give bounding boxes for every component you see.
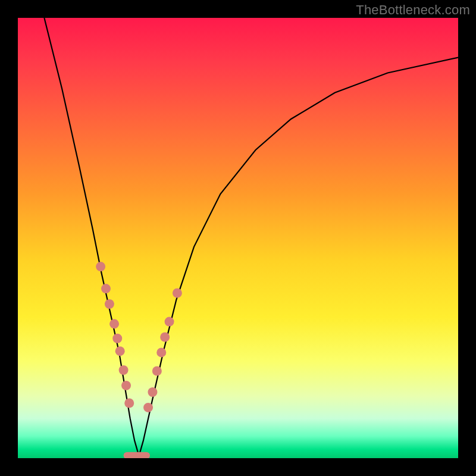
marker-dot (152, 366, 162, 375)
marker-dot (148, 387, 157, 397)
marker-dot (143, 403, 153, 412)
marker-dot (96, 262, 105, 271)
marker-dot (124, 399, 134, 408)
trough-capsule (124, 452, 150, 458)
watermark-text: TheBottleneck.com (356, 2, 470, 18)
marker-dot (101, 284, 111, 293)
marker-dot (105, 299, 114, 309)
curve-svg (18, 18, 458, 458)
chart-frame: TheBottleneck.com (0, 0, 476, 476)
marker-dot (109, 319, 119, 328)
marker-dots (96, 262, 182, 412)
bottleneck-curve (44, 18, 458, 456)
marker-dot (160, 333, 170, 342)
marker-dot (112, 334, 122, 343)
marker-dot (119, 365, 129, 375)
marker-dot (173, 289, 182, 298)
marker-dot (115, 346, 125, 356)
plot-area (18, 18, 458, 458)
marker-dot (121, 381, 131, 390)
marker-dot (156, 347, 166, 357)
marker-dot (165, 317, 174, 327)
